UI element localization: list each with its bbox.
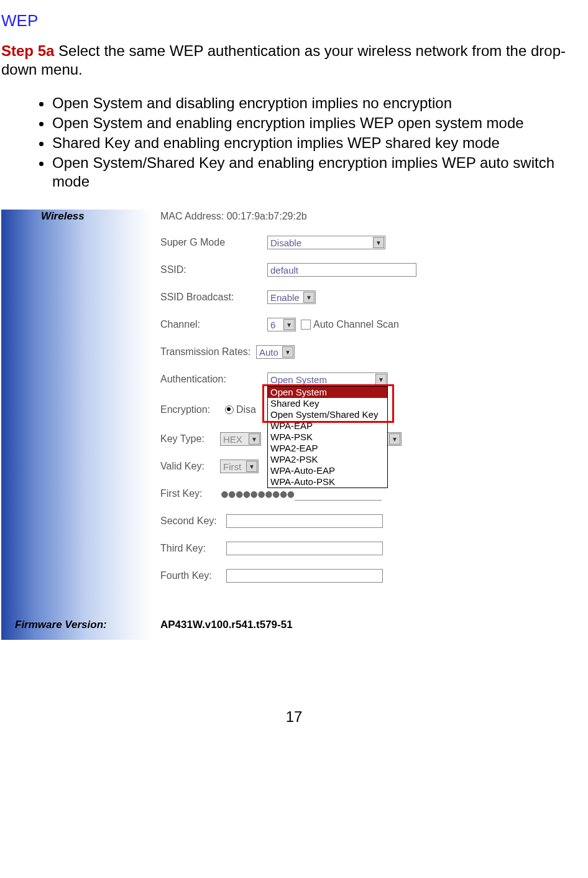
first-key-underline xyxy=(295,500,382,501)
step-paragraph: Step 5a Select the same WEP authenticati… xyxy=(0,42,588,79)
list-item: Shared Key and enabling encryption impli… xyxy=(52,134,588,152)
chevron-down-icon: ▼ xyxy=(303,292,315,303)
dropdown-item-wpa-auto-eap[interactable]: WPA-Auto-EAP xyxy=(268,465,387,476)
ssid-input[interactable] xyxy=(267,263,416,277)
channel-label: Channel: xyxy=(160,319,267,330)
list-item: Open System and enabling encryption impl… xyxy=(52,114,588,132)
mac-address-label: MAC Address: 00:17:9a:b7:29:2b xyxy=(160,211,307,222)
sidebar-section-label: Wireless xyxy=(41,210,85,223)
dropdown-item-wpa2-psk[interactable]: WPA2-PSK xyxy=(268,454,387,465)
encryption-disabled-text: Disa xyxy=(236,404,256,415)
chevron-down-icon: ▼ xyxy=(246,461,257,472)
valid-key-select[interactable]: First ▼ xyxy=(220,460,259,473)
ssid-broadcast-label: SSID Broadcast: xyxy=(160,292,267,303)
step-text: Select the same WEP authentication as yo… xyxy=(1,42,566,78)
chevron-down-icon: ▼ xyxy=(282,346,293,358)
auto-channel-checkbox[interactable] xyxy=(301,320,311,330)
chevron-down-icon: ▼ xyxy=(249,433,260,445)
page-number: 17 xyxy=(0,708,588,726)
super-g-value: Disable xyxy=(270,238,301,248)
ssid-label: SSID: xyxy=(160,264,267,275)
chevron-down-icon: ▼ xyxy=(283,319,295,330)
third-key-input[interactable] xyxy=(226,542,383,555)
section-title: WEP xyxy=(0,11,588,30)
channel-value: 6 xyxy=(270,320,275,330)
chevron-down-icon: ▼ xyxy=(389,433,400,445)
sidebar: Wireless Firmware Version: xyxy=(1,210,154,640)
super-g-label: Super G Mode xyxy=(160,237,267,248)
authentication-label: Authentication: xyxy=(160,374,267,385)
authentication-select[interactable]: Open System ▼ xyxy=(267,372,388,386)
dropdown-item-open-system[interactable]: Open System xyxy=(268,387,387,398)
step-label: Step 5a xyxy=(1,42,54,59)
valid-key-value: First xyxy=(223,461,241,472)
transmission-rates-select[interactable]: Auto ▼ xyxy=(256,345,295,359)
dropdown-item-wpa-auto-psk[interactable]: WPA-Auto-PSK xyxy=(268,476,387,488)
list-item: Open System and disabling encryption imp… xyxy=(52,94,588,113)
fourth-key-input[interactable] xyxy=(226,569,383,583)
dropdown-item-wpa-eap[interactable]: WPA-EAP xyxy=(268,420,387,432)
key-type-label: Key Type: xyxy=(160,433,220,445)
first-key-value: ●●●●●●●●●● xyxy=(221,487,295,500)
second-key-label: Second Key: xyxy=(160,515,226,527)
encryption-disabled-radio[interactable] xyxy=(225,405,234,414)
dropdown-item-wpa2-eap[interactable]: WPA2-EAP xyxy=(268,443,387,454)
key-type-value: HEX xyxy=(223,434,242,445)
encryption-label: Encryption: xyxy=(160,404,225,415)
ssid-broadcast-value: Enable xyxy=(270,292,300,303)
chevron-down-icon: ▼ xyxy=(373,237,384,248)
channel-select[interactable]: 6 ▼ xyxy=(267,318,296,331)
wireless-settings-panel: Wireless Firmware Version: MAC Address: … xyxy=(1,210,416,640)
transmission-rates-label: Transmission Rates: xyxy=(160,346,256,358)
transmission-rates-value: Auto xyxy=(259,347,278,358)
bullet-list: Open System and disabling encryption imp… xyxy=(25,94,588,191)
fourth-key-label: Fourth Key: xyxy=(160,570,226,581)
super-g-select[interactable]: Disable ▼ xyxy=(267,236,385,249)
auto-channel-label: Auto Channel Scan xyxy=(313,319,399,330)
dropdown-item-wpa-psk[interactable]: WPA-PSK xyxy=(268,432,387,443)
third-key-label: Third Key: xyxy=(160,543,226,554)
dropdown-item-shared-key[interactable]: Shared Key xyxy=(268,398,387,409)
valid-key-label: Valid Key: xyxy=(160,461,220,472)
authentication-value: Open System xyxy=(270,374,327,385)
list-item: Open System/Shared Key and enabling encr… xyxy=(52,154,588,191)
second-key-input[interactable] xyxy=(226,514,383,528)
key-type-select[interactable]: HEX ▼ xyxy=(220,432,261,446)
authentication-dropdown-list[interactable]: Open System Shared Key Open System/Share… xyxy=(267,386,388,488)
firmware-version-label: Firmware Version: xyxy=(15,619,107,631)
dropdown-item-open-shared[interactable]: Open System/Shared Key xyxy=(268,409,387,420)
firmware-version-value: AP431W.v100.r541.t579-51 xyxy=(160,619,293,631)
ssid-broadcast-select[interactable]: Enable ▼ xyxy=(267,290,316,304)
first-key-label: First Key: xyxy=(160,488,220,499)
chevron-down-icon: ▼ xyxy=(375,374,387,385)
